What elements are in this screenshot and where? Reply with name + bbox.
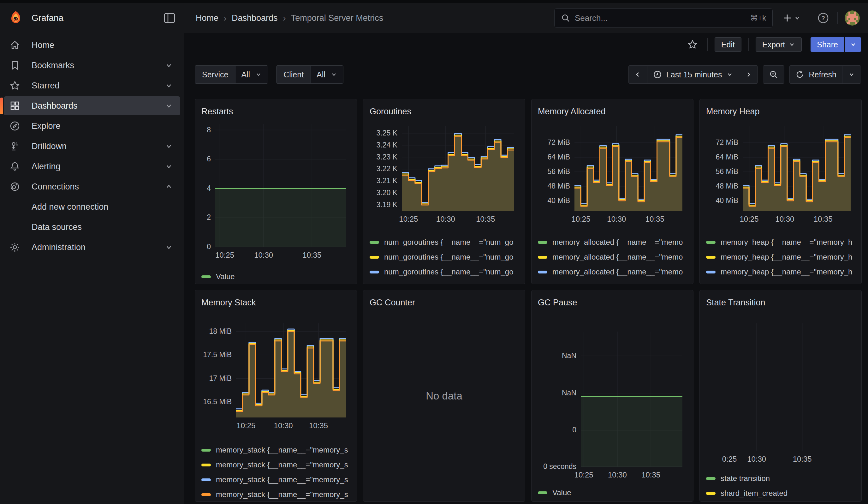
- legend-label: memory_allocated {__name__="memo: [552, 282, 683, 284]
- search-box[interactable]: ⌘+k: [554, 8, 773, 28]
- service-filter-label: Service: [195, 66, 236, 83]
- plug-icon: [9, 181, 20, 192]
- legend-item[interactable]: memory_stack {__name__="memory_s: [202, 474, 350, 485]
- sidebar-item-dashboards[interactable]: Dashboards: [4, 96, 180, 115]
- breadcrumb-dashboards[interactable]: Dashboards: [232, 13, 278, 23]
- chevron-down-icon: [850, 41, 857, 48]
- legend-item[interactable]: memory_allocated {__name__="memo: [538, 267, 687, 277]
- y-axis-tick-label: 56 MiB: [706, 167, 738, 176]
- export-button[interactable]: Export: [756, 37, 802, 52]
- help-icon: ?: [817, 12, 829, 24]
- sidebar-item-label: Connections: [32, 182, 79, 192]
- legend-item[interactable]: memory_stack {__name__="memory_s: [202, 460, 350, 470]
- x-axis-tick-label: 10:35: [463, 215, 508, 224]
- panel-memory-allocated: Memory Allocated 72 MiB64 MiB56 MiB48 Mi…: [531, 99, 693, 284]
- legend-label: state transition: [721, 474, 770, 483]
- time-shift-forward-button[interactable]: [739, 66, 757, 83]
- sidebar-item-label: Administration: [32, 243, 85, 252]
- compass-icon: [9, 121, 20, 131]
- legend-item[interactable]: memory_heap {__name__="memory_h: [706, 267, 855, 277]
- legend-label: Value: [216, 272, 235, 281]
- share-button[interactable]: Share: [810, 37, 844, 52]
- star-outline-icon: [687, 39, 698, 50]
- time-controls: Last 15 minutes Refresh: [628, 65, 861, 84]
- x-axis: 10:2510:3010:35: [538, 215, 687, 224]
- client-filter-selected: All: [317, 70, 326, 79]
- legend-item[interactable]: memory_stack {__name__="memory_s: [202, 489, 350, 500]
- sidebar-item-alerting[interactable]: Alerting: [4, 157, 180, 176]
- sidebar-toggle-icon[interactable]: [163, 11, 176, 25]
- legend-item[interactable]: num_goroutines {__name__="num_go: [370, 281, 519, 284]
- zoom-out-button[interactable]: [763, 66, 784, 83]
- legend-item[interactable]: memory_allocated {__name__="memo: [538, 252, 687, 263]
- service-filter[interactable]: Service All: [195, 65, 268, 84]
- divider: [837, 12, 838, 24]
- sidebar-item-administration[interactable]: Administration: [4, 238, 180, 257]
- y-axis-tick-label: 64 MiB: [538, 153, 570, 161]
- breadcrumb-home[interactable]: Home: [196, 13, 218, 23]
- plot: [215, 124, 346, 247]
- add-button[interactable]: [779, 10, 803, 25]
- legend-label: memory_allocated {__name__="memo: [552, 267, 683, 276]
- legend-item[interactable]: num_goroutines {__name__="num_go: [370, 237, 519, 248]
- panel-goroutines: Goroutines 3.25 K3.24 K3.23 K3.22 K3.21 …: [363, 99, 525, 284]
- panel-title[interactable]: Memory Stack: [202, 297, 350, 308]
- refresh-interval-button[interactable]: [842, 66, 861, 83]
- legend-color-dash: [538, 271, 547, 274]
- legend-item[interactable]: shard_item_created: [706, 488, 855, 498]
- legend-item[interactable]: num_goroutines {__name__="num_go: [370, 267, 519, 277]
- panel-title[interactable]: Memory Allocated: [538, 106, 687, 117]
- legend-item[interactable]: state transition: [706, 473, 855, 484]
- sidebar-item-bookmarks[interactable]: Bookmarks: [4, 56, 180, 75]
- service-filter-value[interactable]: All: [236, 66, 268, 83]
- plot: [236, 323, 346, 418]
- time-shift-back-button[interactable]: [629, 66, 647, 83]
- legend-color-dash: [538, 256, 547, 259]
- legend: memory_allocated {__name__="memomemory_a…: [538, 237, 687, 284]
- legend-item[interactable]: memory_heap {__name__="memory_h: [706, 252, 855, 263]
- sidebar-item-explore[interactable]: Explore: [4, 116, 180, 135]
- legend-item[interactable]: Value: [538, 487, 687, 498]
- sidebar-item-drilldown[interactable]: Drilldown: [4, 137, 180, 156]
- panel-title[interactable]: Restarts: [202, 106, 350, 117]
- time-range-picker[interactable]: Last 15 minutes: [647, 66, 739, 83]
- breadcrumb-separator: ›: [283, 13, 286, 23]
- sidebar-item-label: Home: [32, 40, 54, 50]
- header-main: Home › Dashboards › Temporal Server Metr…: [184, 3, 868, 33]
- legend-label: memory_stack {__name__="memory_s: [216, 490, 348, 499]
- panel-title[interactable]: Goroutines: [370, 106, 519, 117]
- breadcrumb-current: Temporal Server Metrics: [291, 13, 383, 23]
- x-axis-tick-label: 10:30: [763, 215, 807, 224]
- grafana-logo[interactable]: [9, 10, 23, 25]
- sidebar-item-home[interactable]: Home: [4, 36, 180, 55]
- search-input[interactable]: [575, 13, 746, 23]
- panel-title[interactable]: State Transition: [706, 297, 855, 308]
- panel-restarts: Restarts 86420 10:2510:3010:35 Value: [195, 99, 357, 284]
- sidebar-item-starred[interactable]: Starred: [4, 76, 180, 95]
- sidebar-item-data-sources[interactable]: Data sources: [4, 218, 180, 237]
- help-button[interactable]: ?: [815, 10, 832, 27]
- edit-button[interactable]: Edit: [715, 37, 742, 52]
- avatar[interactable]: [845, 10, 860, 25]
- legend-item[interactable]: memory_allocated {__name__="memo: [538, 281, 687, 284]
- favorite-star-button[interactable]: [685, 37, 700, 52]
- y-axis-tick-label: 17.5 MiB: [202, 351, 232, 359]
- client-filter-value[interactable]: All: [311, 66, 343, 83]
- share-menu-button[interactable]: [845, 37, 861, 52]
- legend-item[interactable]: memory_heap {__name__="memory_h: [706, 237, 855, 248]
- legend-item[interactable]: memory_stack {__name__="memory_s: [202, 445, 350, 455]
- legend-item[interactable]: num_goroutines {__name__="num_go: [370, 252, 519, 263]
- plot: [402, 126, 514, 211]
- legend-item[interactable]: memory_heap {__name__="memory_h: [706, 281, 855, 284]
- sidebar-item-connections[interactable]: Connections: [4, 177, 180, 196]
- search-shortcut: ⌘+k: [750, 13, 766, 22]
- legend-color-dash: [538, 491, 547, 494]
- panel-title[interactable]: Memory Heap: [706, 106, 855, 117]
- client-filter[interactable]: Client All: [276, 65, 343, 84]
- legend-item[interactable]: Value: [202, 271, 350, 282]
- sidebar-item-add-new-connection[interactable]: Add new connection: [4, 197, 180, 216]
- panel-title[interactable]: GC Pause: [538, 297, 687, 308]
- legend-item[interactable]: memory_allocated {__name__="memo: [538, 237, 687, 248]
- refresh-button[interactable]: Refresh: [790, 66, 842, 83]
- legend-label: memory_allocated {__name__="memo: [552, 238, 683, 247]
